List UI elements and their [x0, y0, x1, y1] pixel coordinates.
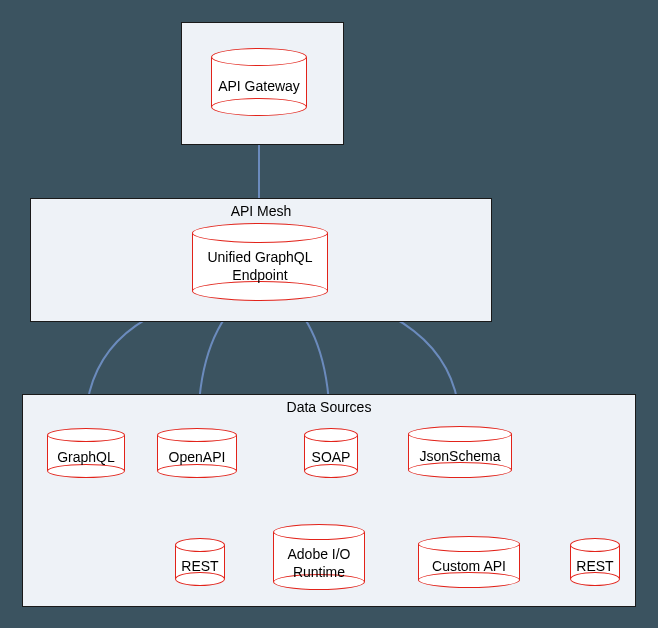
node-rest-1: REST [175, 538, 225, 586]
node-rest-2: REST [570, 538, 620, 586]
node-custom: Custom API [418, 536, 520, 588]
container-api-mesh-label: API Mesh [31, 203, 491, 219]
node-graphql: GraphQL [47, 428, 125, 478]
node-api-gateway: API Gateway [211, 48, 307, 116]
node-openapi: OpenAPI [157, 428, 237, 478]
node-adobe: Adobe I/O Runtime [273, 524, 365, 590]
node-jsonschema: JsonSchema [408, 426, 512, 478]
node-soap: SOAP [304, 428, 358, 478]
node-unified: Unified GraphQL Endpoint [192, 223, 328, 301]
container-data-sources-label: Data Sources [23, 399, 635, 415]
